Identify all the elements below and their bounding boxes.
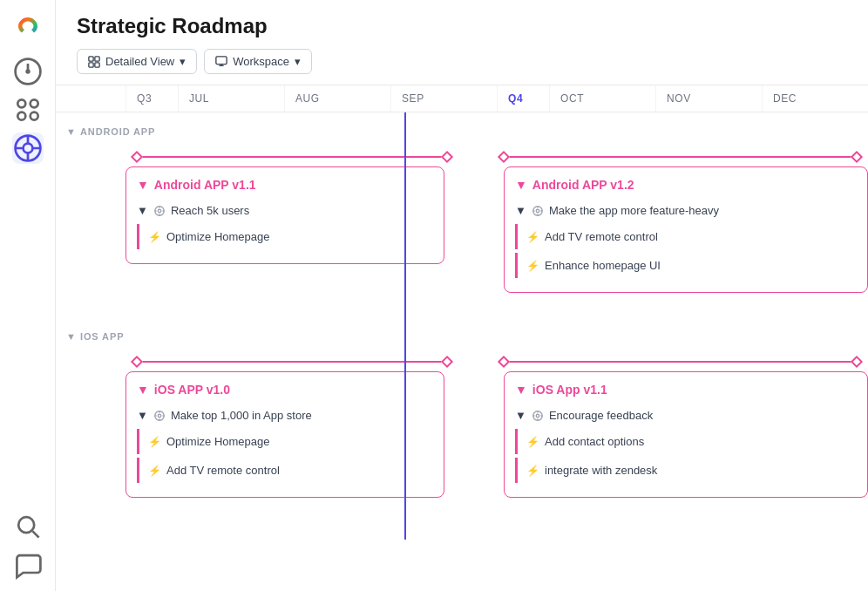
ios-v1.0-task-1: ⚡ Optimize Homepage bbox=[137, 429, 433, 454]
diamond-right-v1.2 bbox=[851, 151, 863, 163]
sidebar bbox=[0, 0, 56, 591]
main-content: Strategic Roadmap Detailed View ▾ Wor bbox=[56, 0, 868, 591]
sidebar-item-roadmap[interactable] bbox=[12, 132, 44, 164]
ios-v1.0-objective: ▼ Make top 1,000 in App store bbox=[137, 405, 433, 429]
sidebar-item-chat[interactable] bbox=[12, 549, 44, 581]
svg-rect-14 bbox=[216, 56, 227, 64]
svg-rect-11 bbox=[95, 56, 99, 60]
spacer-q4-ios bbox=[451, 356, 497, 498]
diamond-left-v1.2 bbox=[498, 151, 510, 163]
ios-app-label: ▼ IOS APP bbox=[56, 324, 868, 349]
connector-v1.1 bbox=[137, 156, 447, 158]
svg-point-0 bbox=[12, 10, 44, 42]
sidebar-item-dashboard[interactable] bbox=[12, 56, 44, 87]
col-dec: DEC bbox=[762, 85, 868, 112]
col-oct: OCT bbox=[549, 85, 655, 112]
android-cards-row: ▼ Android APP v1.1 ▼ Reach 5k users ⚡ bbox=[56, 144, 868, 310]
android-v1.2-task-2: ⚡ Enhance homepage UI bbox=[515, 253, 857, 278]
spacer-q4 bbox=[451, 151, 497, 293]
svg-point-22 bbox=[536, 414, 539, 418]
diamond-right-v1.1 bbox=[441, 151, 453, 163]
header: Strategic Roadmap Detailed View ▾ Wor bbox=[56, 0, 868, 85]
workspace-button[interactable]: Workspace ▾ bbox=[204, 49, 312, 74]
android-v1.1-title: ▼ Android APP v1.1 bbox=[137, 178, 433, 192]
ios-v1.1-task-2: ⚡ integrate with zendesk bbox=[515, 458, 857, 483]
ios-v1.1-card: ▼ iOS App v1.1 ▼ Encourage feedback ⚡ bbox=[504, 371, 868, 498]
ios-v1.0-task-2: ⚡ Add TV remote control bbox=[137, 458, 433, 483]
timeline-label-spacer bbox=[56, 85, 125, 112]
ios-app-section: ▼ IOS APP bbox=[56, 317, 868, 522]
ios-v1.1-title: ▼ iOS App v1.1 bbox=[515, 383, 857, 397]
connector-v1.2 bbox=[504, 156, 857, 158]
timeline-header: Q3 JUL AUG SEP Q4 OCT NOV DEC bbox=[56, 85, 868, 112]
target-icon-4 bbox=[532, 410, 544, 422]
ios-v1.0-title: ▼ iOS APP v1.0 bbox=[137, 383, 433, 397]
timeline-area: Q3 JUL AUG SEP Q4 OCT NOV DEC ▼ ANDROID … bbox=[56, 85, 868, 591]
android-v1.1-card: ▼ Android APP v1.1 ▼ Reach 5k users ⚡ bbox=[125, 166, 444, 264]
android-v1.1-wrapper: ▼ Android APP v1.1 ▼ Reach 5k users ⚡ bbox=[125, 151, 451, 293]
svg-point-20 bbox=[158, 414, 161, 418]
svg-point-2 bbox=[25, 69, 30, 73]
svg-rect-13 bbox=[95, 62, 99, 66]
ios-v1.1-objective: ▼ Encourage feedback bbox=[515, 405, 857, 429]
current-time-marker bbox=[404, 112, 406, 540]
ios-v1.1-task-1: ⚡ Add contact options bbox=[515, 429, 857, 454]
connector-ios-v1.0 bbox=[137, 361, 447, 363]
svg-point-18 bbox=[536, 209, 539, 213]
ios-v1.1-wrapper: ▼ iOS App v1.1 ▼ Encourage feedback ⚡ bbox=[497, 356, 868, 498]
android-app-label: ▼ ANDROID APP bbox=[56, 119, 868, 144]
target-icon-2 bbox=[532, 205, 544, 217]
android-app-section: ▼ ANDROID APP bbox=[56, 112, 868, 317]
toolbar: Detailed View ▾ Workspace ▾ bbox=[77, 49, 847, 85]
col-q4: Q4 bbox=[497, 85, 549, 112]
diamond-left-ios-v1.1 bbox=[498, 356, 510, 368]
diamond-left-v1.1 bbox=[131, 151, 143, 163]
app-logo[interactable] bbox=[12, 10, 44, 42]
ios-v1.0-wrapper: ▼ iOS APP v1.0 ▼ Make top 1,000 in App s… bbox=[125, 356, 451, 498]
android-v1.1-task-1: ⚡ Optimize Homepage bbox=[137, 224, 433, 249]
svg-rect-10 bbox=[89, 56, 93, 60]
svg-point-9 bbox=[18, 517, 34, 533]
col-q3: Q3 bbox=[125, 85, 178, 112]
page-title: Strategic Roadmap bbox=[77, 14, 847, 38]
android-v1.2-card: ▼ Android APP v1.2 ▼ Make the app more f… bbox=[504, 166, 868, 293]
svg-point-5 bbox=[17, 112, 25, 120]
android-v1.2-title: ▼ Android APP v1.2 bbox=[515, 178, 857, 192]
diamond-right-ios-v1.1 bbox=[851, 356, 863, 368]
detailed-view-button[interactable]: Detailed View ▾ bbox=[77, 49, 197, 74]
target-icon bbox=[153, 205, 166, 217]
svg-point-4 bbox=[30, 99, 37, 107]
roadmap-content: ▼ ANDROID APP bbox=[56, 112, 868, 540]
diamond-right-ios-v1.0 bbox=[441, 356, 453, 368]
connector-ios-v1.1 bbox=[504, 361, 857, 363]
android-v1.2-task-1: ⚡ Add TV remote control bbox=[515, 224, 857, 249]
sidebar-item-search[interactable] bbox=[12, 511, 44, 542]
target-icon-3 bbox=[153, 410, 166, 422]
svg-point-3 bbox=[17, 99, 25, 107]
col-jul: JUL bbox=[178, 85, 284, 112]
svg-point-8 bbox=[23, 144, 32, 153]
sidebar-item-integrations[interactable] bbox=[12, 94, 44, 126]
svg-point-6 bbox=[30, 112, 37, 120]
col-nov: NOV bbox=[655, 85, 762, 112]
android-v1.1-objective: ▼ Reach 5k users bbox=[137, 200, 433, 224]
svg-point-16 bbox=[158, 209, 161, 213]
diamond-left-ios-v1.0 bbox=[131, 356, 143, 368]
android-v1.2-objective: ▼ Make the app more feature-heavy bbox=[515, 200, 857, 224]
col-aug: AUG bbox=[284, 85, 390, 112]
col-sep: SEP bbox=[390, 85, 497, 112]
android-v1.2-wrapper: ▼ Android APP v1.2 ▼ Make the app more f… bbox=[497, 151, 868, 293]
ios-v1.0-card: ▼ iOS APP v1.0 ▼ Make top 1,000 in App s… bbox=[125, 371, 444, 498]
svg-rect-12 bbox=[89, 62, 93, 66]
ios-cards-row: ▼ iOS APP v1.0 ▼ Make top 1,000 in App s… bbox=[56, 349, 868, 515]
